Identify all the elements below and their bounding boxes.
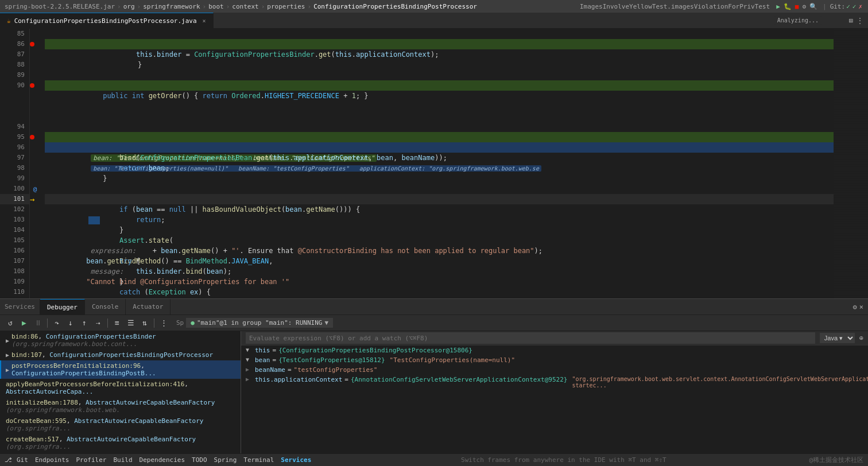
tab-console[interactable]: Console	[85, 299, 126, 314]
code-line-90: public int getOrder() { return Ordered.H…	[45, 80, 834, 91]
more-button[interactable]: ⋮	[158, 317, 169, 329]
resume-button[interactable]: ▶	[18, 317, 30, 329]
code-line-95: public Object postProcessBeforeInitializ…	[45, 132, 834, 142]
code-area[interactable]: this.registry = (BeanDefinitionRegistry)…	[40, 29, 834, 298]
org-label[interactable]: org	[123, 3, 135, 10]
dependencies-label[interactable]: Dependencies	[140, 456, 185, 464]
frames-button[interactable]: ☰	[125, 317, 137, 329]
breakpoint-90[interactable]	[30, 83, 34, 88]
tab-close-button[interactable]: ×	[203, 18, 206, 24]
frame-item-postprocess96[interactable]: ▶ postProcessBeforeInitialization:96, Co…	[0, 360, 241, 379]
step-over-button[interactable]: ↷	[51, 317, 63, 329]
var-this[interactable]: ▼ this = {ConfigurationPropertiesBinding…	[241, 345, 868, 355]
git-check1-icon[interactable]: ✓	[846, 3, 850, 10]
breakpoint-86[interactable]	[30, 42, 34, 46]
code-line-97: return bean;	[45, 153, 834, 163]
profiler-label[interactable]: Profiler	[76, 456, 106, 464]
frame-selector: Sp ● "main"@1 in group "main": RUNNING ▼	[176, 318, 333, 328]
tab-bar: ☕ ConfigurationPropertiesBindingPostProc…	[0, 13, 868, 29]
panel-close-icon[interactable]: ×	[859, 303, 863, 311]
boot-label[interactable]: boot	[208, 3, 224, 10]
run-config-label: ImagesInvolveYellowTest.imagesViolationF…	[580, 3, 770, 10]
var-beanname[interactable]: ▶ beanName = "testConfigProperties"	[241, 365, 868, 375]
file-tab[interactable]: ☕ ConfigurationPropertiesBindingPostProc…	[0, 13, 214, 28]
evaluate-button[interactable]: ≡	[111, 317, 123, 329]
watermark: @稀土掘金技术社区	[809, 456, 863, 464]
frame-item-bind107[interactable]: ▶ bind:107, ConfigurationPropertiesBindi…	[0, 350, 241, 360]
panel-settings-icon[interactable]: ⚙	[853, 303, 857, 311]
endpoints-label[interactable]: Endpoints	[35, 456, 69, 464]
sep1: ›	[117, 3, 121, 10]
split-editor-icon[interactable]: ⊞	[849, 17, 853, 25]
services-label[interactable]: Services	[281, 456, 311, 464]
stop-icon[interactable]: ■	[795, 3, 799, 10]
bottom-msg: Switch frames from anywhere in the IDE w…	[318, 456, 809, 464]
restart-button[interactable]: ↺	[5, 317, 16, 329]
run-icon[interactable]: ▶	[776, 3, 780, 10]
expand-icon-2: ▶	[6, 352, 9, 358]
settings-editor-icon[interactable]: ⋮	[857, 17, 863, 25]
code-line-101: if (bean == null || hasBoundValueObject(…	[45, 194, 834, 204]
code-line-98: }	[45, 163, 834, 173]
running-dot: ●	[191, 319, 195, 327]
expand-this-icon[interactable]: ▼	[246, 347, 253, 353]
code-line-104: Assert.state( expression: bean.getBindMe…	[45, 225, 834, 235]
build-label[interactable]: Build	[113, 456, 132, 464]
frame-item-bind86[interactable]: ▶ bind:86, ConfigurationPropertiesBinder…	[0, 331, 241, 350]
context-label[interactable]: context	[232, 3, 258, 10]
lang-select[interactable]: Java ▾	[820, 333, 855, 343]
frame-item-apply416[interactable]: applyBeanPostProcessorsBeforeInitializat…	[0, 379, 241, 397]
java-icon: ☕	[7, 17, 11, 25]
eval-input[interactable]	[246, 332, 815, 344]
git-status-label[interactable]: Git	[17, 456, 28, 464]
code-line-111: }	[45, 297, 834, 298]
frame-item-createbean517[interactable]: createBean:517, AbstractAutowireCapableB…	[0, 434, 241, 452]
springframework-label[interactable]: springframework	[143, 3, 200, 10]
filter-icon[interactable]: ▼	[324, 319, 328, 327]
terminal-label[interactable]: Terminal	[243, 456, 274, 464]
step-out-button[interactable]: ↑	[79, 317, 90, 329]
project-label: spring-boot-2.2.5.RELEASE.jar	[5, 3, 115, 10]
debug-icon[interactable]: 🐛	[784, 3, 792, 10]
tab-actuator[interactable]: Actuator	[126, 299, 170, 314]
breakpoint-95[interactable]	[30, 135, 34, 139]
git-check2-icon[interactable]: ✓	[852, 3, 857, 10]
frame-item-docreate595[interactable]: doCreateBean:595, AbstractAutowireCapabl…	[0, 415, 241, 434]
code-line-100: private void bind(ConfigurationPropertie…	[45, 184, 834, 194]
thread-dropdown[interactable]: ● "main"@1 in group "main": RUNNING ▼	[186, 318, 333, 328]
expand-watch-icon[interactable]: ⊕	[859, 334, 863, 342]
editor: Analyzing... 85 86 87 88 89 90 94 95 96 …	[0, 29, 868, 298]
frames-panel: ▶ bind:86, ConfigurationPropertiesBinder…	[0, 331, 241, 453]
run-cursor-button[interactable]: ⇢	[92, 317, 104, 329]
toolbar-sep-3	[154, 319, 154, 328]
search-icon[interactable]: 🔍	[809, 3, 817, 10]
debugger-toolbar: ↺ ▶ ⏸ ↷ ↓ ↑ ⇢ ≡ ☰ ⇅ ⋮ Sp ● "main"@1 in g…	[0, 315, 868, 331]
var-bean[interactable]: ▼ bean = {TestConfigProperties@15812} "T…	[241, 355, 868, 365]
frame-item-init1788[interactable]: initializeBean:1788, AbstractAutowireCap…	[0, 397, 241, 415]
editor-content[interactable]: 85 86 87 88 89 90 94 95 96 97 98 99 100 …	[0, 29, 868, 298]
properties-label[interactable]: properties	[267, 3, 305, 10]
spring-label[interactable]: Spring	[214, 456, 237, 464]
settings-icon[interactable]: ⚙	[802, 3, 806, 10]
code-line-92	[45, 101, 834, 111]
git-x-icon[interactable]: ✗	[858, 3, 862, 10]
var-appcontext[interactable]: ▶ this.applicationContext = {AnnotationC…	[241, 375, 868, 390]
git-status-icon[interactable]: ⎇	[5, 456, 12, 464]
status-bar: ⎇ Git Endpoints Profiler Build Dependenc…	[0, 453, 868, 466]
main-area: Analyzing... 85 86 87 88 89 90 94 95 96 …	[0, 29, 868, 298]
expand-icon-3: ▶	[6, 367, 9, 373]
todo-label[interactable]: TODO	[192, 456, 207, 464]
code-line-107: this.binder.bind(bean);	[45, 256, 834, 266]
bottom-panel: Services Debugger Console Actuator ⚙ × ↺…	[0, 298, 868, 453]
code-line-108: }	[45, 266, 834, 277]
expand-bean-icon[interactable]: ▼	[246, 356, 253, 363]
code-line-91	[45, 91, 834, 101]
class-label: ConfigurationPropertiesBindingPostProces…	[313, 3, 477, 10]
step-into-button[interactable]: ↓	[65, 317, 76, 329]
tab-debugger[interactable]: Debugger	[40, 299, 85, 314]
code-line-103: }	[45, 215, 834, 225]
pause-button[interactable]: ⏸	[32, 317, 44, 329]
expand-appcontext-icon[interactable]: ▶	[246, 376, 253, 382]
minimap	[834, 29, 868, 298]
threads-button[interactable]: ⇅	[139, 317, 150, 329]
